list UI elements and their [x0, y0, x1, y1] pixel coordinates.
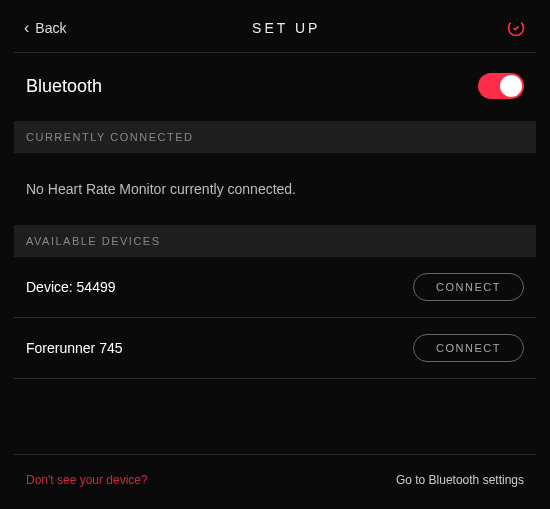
device-row: Forerunner 745 CONNECT: [14, 318, 536, 379]
device-row: Device: 54499 CONNECT: [14, 257, 536, 318]
toggle-knob: [500, 75, 522, 97]
device-name: Forerunner 745: [26, 340, 123, 356]
bluetooth-toggle[interactable]: [478, 73, 524, 99]
available-section-header: AVAILABLE DEVICES: [14, 225, 536, 257]
connected-section-header: CURRENTLY CONNECTED: [14, 121, 536, 153]
connected-empty-state: No Heart Rate Monitor currently connecte…: [14, 153, 536, 225]
chevron-left-icon: ‹: [24, 20, 29, 36]
footer: Don't see your device? Go to Bluetooth s…: [14, 454, 536, 497]
refresh-icon[interactable]: [506, 18, 526, 38]
bluetooth-label: Bluetooth: [26, 76, 102, 97]
back-label: Back: [35, 20, 66, 36]
bluetooth-settings-link[interactable]: Go to Bluetooth settings: [396, 473, 524, 487]
device-name: Device: 54499: [26, 279, 116, 295]
help-link[interactable]: Don't see your device?: [26, 473, 148, 487]
back-button[interactable]: ‹ Back: [24, 20, 66, 36]
page-title: SET UP: [252, 20, 320, 36]
connect-button[interactable]: CONNECT: [413, 334, 524, 362]
header: ‹ Back SET UP: [14, 10, 536, 52]
bluetooth-row: Bluetooth: [14, 53, 536, 121]
connect-button[interactable]: CONNECT: [413, 273, 524, 301]
